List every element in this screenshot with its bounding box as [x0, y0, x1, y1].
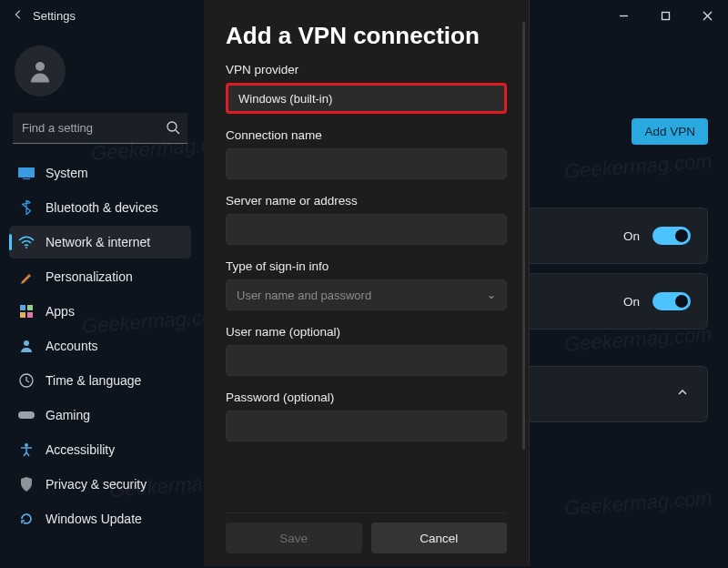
sidebar-item-apps[interactable]: Apps [9, 295, 191, 328]
svg-point-2 [167, 122, 177, 131]
chevron-down-icon: ⌄ [487, 289, 496, 301]
brush-icon [18, 269, 35, 285]
cancel-button[interactable]: Cancel [371, 522, 508, 553]
password-input[interactable] [226, 411, 507, 441]
svg-rect-8 [20, 312, 25, 318]
sidebar-item-label: Network & internet [46, 235, 150, 249]
toggle-label: On [623, 295, 640, 309]
sidebar-item-gaming[interactable]: Gaming [9, 399, 191, 431]
close-button[interactable] [686, 0, 728, 31]
sidebar-item-label: Bluetooth & devices [46, 200, 158, 215]
window-title: Settings [27, 9, 76, 23]
gamepad-icon [18, 407, 35, 423]
username-label: User name (optional) [226, 325, 507, 339]
profile-block[interactable] [9, 36, 191, 113]
toggle-switch[interactable] [652, 227, 691, 245]
search-icon [166, 120, 180, 138]
svg-point-10 [24, 340, 29, 346]
sidebar-item-label: System [46, 166, 88, 180]
back-icon[interactable] [0, 8, 27, 24]
shield-icon [18, 476, 35, 492]
svg-rect-4 [23, 178, 30, 179]
save-button[interactable]: Save [226, 522, 362, 553]
sidebar-item-label: Accounts [46, 339, 98, 353]
accessibility-icon [18, 441, 35, 458]
add-vpn-dialog: Add a VPN connection VPN provider Window… [204, 0, 530, 566]
svg-point-5 [25, 247, 27, 248]
password-label: Password (optional) [226, 390, 507, 404]
username-input[interactable] [226, 345, 507, 376]
vpn-provider-value: Windows (built-in) [238, 92, 332, 106]
sidebar-item-label: Apps [46, 304, 75, 319]
sidebar-item-network[interactable]: Network & internet [9, 226, 191, 259]
sidebar-nav: System Bluetooth & devices Network & int… [9, 157, 191, 535]
sidebar-item-windows-update[interactable]: Windows Update [9, 502, 191, 535]
vpn-provider-select[interactable]: Windows (built-in) [226, 83, 507, 114]
sidebar-item-bluetooth[interactable]: Bluetooth & devices [9, 191, 191, 224]
server-label: Server name or address [226, 194, 507, 208]
search-input[interactable] [13, 113, 187, 144]
connection-name-label: Connection name [226, 128, 507, 142]
update-icon [18, 511, 35, 527]
signin-type-label: Type of sign-in info [226, 259, 507, 273]
svg-point-1 [35, 62, 45, 71]
signin-type-value: User name and password [237, 289, 371, 302]
toggle-switch[interactable] [652, 292, 691, 310]
maximize-button[interactable] [644, 0, 686, 31]
svg-rect-9 [27, 312, 33, 318]
sidebar-item-accessibility[interactable]: Accessibility [9, 433, 191, 466]
svg-point-13 [25, 443, 28, 447]
apps-icon [18, 303, 35, 320]
person-icon [18, 338, 35, 354]
sidebar-item-label: Accessibility [46, 442, 115, 457]
search-field[interactable] [13, 113, 187, 144]
chevron-up-icon [676, 386, 689, 402]
sidebar-item-system[interactable]: System [9, 157, 191, 189]
connection-name-input[interactable] [226, 148, 507, 179]
svg-rect-3 [18, 167, 35, 178]
clock-icon [18, 372, 35, 389]
minimize-button[interactable] [602, 0, 644, 31]
add-vpn-button[interactable]: Add VPN [632, 118, 708, 145]
dialog-title: Add a VPN connection [226, 22, 507, 50]
system-icon [18, 165, 35, 181]
svg-rect-12 [18, 411, 35, 419]
toggle-label: On [623, 229, 640, 243]
vpn-provider-label: VPN provider [226, 63, 507, 76]
sidebar-item-label: Time & language [46, 373, 141, 388]
sidebar-item-label: Privacy & security [46, 477, 147, 492]
sidebar-item-time-language[interactable]: Time & language [9, 364, 191, 397]
bluetooth-icon [18, 199, 35, 216]
svg-rect-7 [27, 305, 33, 310]
avatar [15, 46, 66, 96]
sidebar-item-privacy[interactable]: Privacy & security [9, 468, 191, 501]
sidebar-item-accounts[interactable]: Accounts [9, 330, 191, 362]
svg-rect-0 [662, 12, 669, 19]
svg-rect-6 [20, 305, 25, 310]
signin-type-select[interactable]: User name and password ⌄ [226, 279, 507, 310]
wifi-icon [18, 234, 35, 250]
sidebar-item-label: Gaming [46, 408, 90, 422]
server-input[interactable] [226, 214, 507, 245]
sidebar-item-label: Personalization [46, 269, 133, 284]
sidebar-item-personalization[interactable]: Personalization [9, 260, 191, 293]
sidebar-item-label: Windows Update [46, 512, 142, 526]
